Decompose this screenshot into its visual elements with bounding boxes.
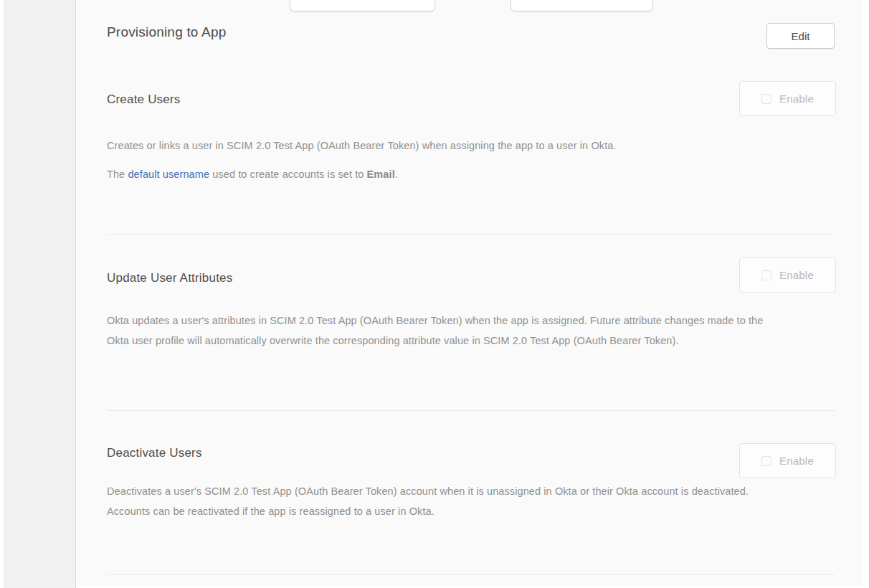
left-nav-panel	[4, 0, 76, 588]
top-field-right[interactable]	[511, 0, 653, 11]
enable-label: Enable	[779, 455, 814, 467]
enable-checkbox-create-users[interactable]	[761, 94, 771, 104]
section-title-create-users: Create Users	[107, 93, 181, 107]
enable-button-create-users[interactable]: Enable	[739, 81, 836, 116]
edit-button[interactable]: Edit	[766, 23, 835, 49]
section-desc-deactivate-users: Deactivates a user's SCIM 2.0 Test App (…	[107, 481, 788, 521]
section-desc-create-users: Creates or links a user in SCIM 2.0 Test…	[107, 136, 617, 156]
section-divider	[107, 234, 835, 234]
enable-button-update-user-attributes[interactable]: Enable	[739, 257, 836, 293]
section-desc-update-user-attributes: Okta updates a user's attributes in SCIM…	[107, 310, 788, 351]
note-middle: used to create accounts is set to	[209, 169, 367, 180]
section-title-deactivate-users: Deactivate Users	[107, 446, 202, 460]
enable-checkbox-deactivate-users[interactable]	[761, 456, 771, 466]
page-title: Provisioning to App	[107, 24, 226, 40]
section-divider	[107, 410, 835, 411]
enable-checkbox-update-user-attributes[interactable]	[761, 270, 771, 280]
note-suffix: .	[395, 169, 398, 180]
top-field-left[interactable]	[290, 0, 435, 11]
section-title-update-user-attributes: Update User Attributes	[107, 271, 232, 285]
enable-label: Enable	[779, 93, 814, 105]
default-username-note: The default username used to create acco…	[107, 164, 398, 184]
default-username-link[interactable]: default username	[128, 169, 209, 180]
enable-label: Enable	[779, 269, 814, 281]
main-content: Provisioning to App Edit Create Users En…	[77, 0, 863, 586]
note-prefix: The	[107, 169, 128, 180]
enable-button-deactivate-users[interactable]: Enable	[739, 443, 836, 478]
section-divider	[107, 574, 835, 575]
note-bold-value: Email	[367, 169, 395, 180]
